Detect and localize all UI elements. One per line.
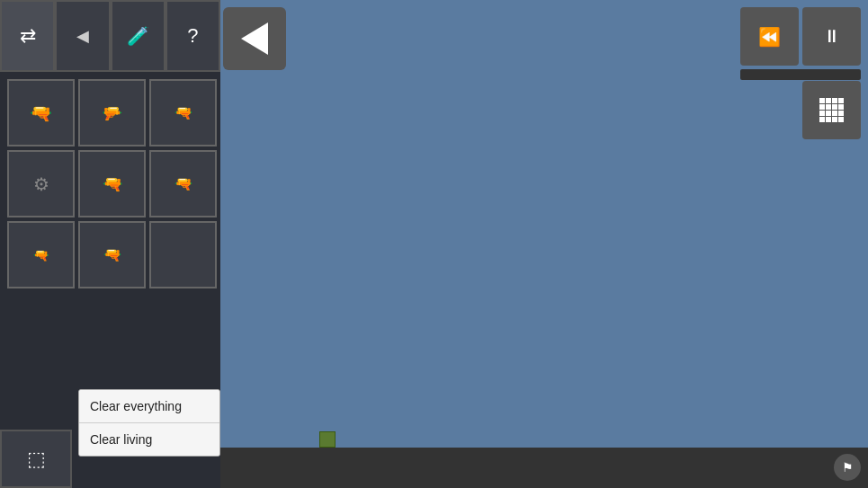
grid-icon	[819, 98, 844, 122]
pause-icon: ⏸	[823, 26, 841, 47]
toolbar: ⇄ ◀ 🧪 ?	[0, 0, 220, 72]
weapon-icon-carbine	[103, 246, 121, 263]
top-right-controls: ⏪ ⏸	[733, 0, 868, 87]
weapon-cell-2[interactable]	[78, 79, 146, 146]
potion-icon: 🧪	[127, 25, 149, 47]
main-game-area: ⏪ ⏸ ⚑	[220, 0, 868, 488]
weapon-icon-sniper	[33, 247, 49, 263]
back-arrow-icon	[241, 22, 268, 55]
playback-controls: ⏪ ⏸	[740, 7, 861, 66]
exit-button[interactable]: ⬚	[0, 430, 72, 488]
rewind-icon: ⏪	[758, 26, 781, 48]
back-button[interactable]	[223, 7, 286, 70]
grid-toggle-button[interactable]	[802, 81, 861, 139]
help-icon: ?	[187, 24, 198, 48]
bottom-right-indicator: ⚑	[834, 454, 861, 481]
pause-button[interactable]: ⏸	[802, 7, 861, 66]
weapon-icon-rifle	[103, 103, 122, 123]
rewind-button[interactable]: ⏪	[740, 7, 799, 66]
weapon-icon-machine-gun	[103, 174, 122, 194]
weapon-icon-shotgun	[174, 104, 192, 121]
player-entity	[319, 431, 336, 448]
weapon-grid	[0, 75, 220, 292]
weapon-icon-pistol	[30, 102, 52, 124]
context-menu: Clear everything Clear living	[78, 389, 220, 457]
swap-button[interactable]: ⇄	[0, 0, 55, 72]
weapon-cell-9-empty[interactable]	[149, 221, 217, 288]
weapon-cell-7[interactable]	[7, 221, 75, 288]
weapon-cell-4[interactable]	[7, 150, 75, 217]
weapon-cell-8[interactable]	[78, 221, 146, 288]
weapon-cell-1[interactable]	[7, 79, 75, 146]
swap-icon: ⇄	[20, 24, 36, 48]
weapon-cell-5[interactable]	[78, 150, 146, 217]
potion-button[interactable]: 🧪	[111, 0, 166, 72]
progress-bar[interactable]	[740, 69, 861, 80]
exit-icon: ⬚	[27, 448, 46, 471]
arrow-icon: ◀	[76, 26, 89, 46]
ground	[220, 448, 868, 488]
weapon-icon-smg	[33, 173, 49, 195]
weapon-cell-3[interactable]	[149, 79, 217, 146]
weapon-cell-6[interactable]	[149, 150, 217, 217]
indicator-icon: ⚑	[842, 460, 854, 475]
clear-everything-button[interactable]: Clear everything	[79, 390, 219, 423]
back-small-button[interactable]: ◀	[55, 0, 110, 72]
clear-living-button[interactable]: Clear living	[79, 423, 219, 456]
weapon-icon-assault-rifle	[174, 175, 192, 192]
help-button[interactable]: ?	[166, 0, 220, 72]
